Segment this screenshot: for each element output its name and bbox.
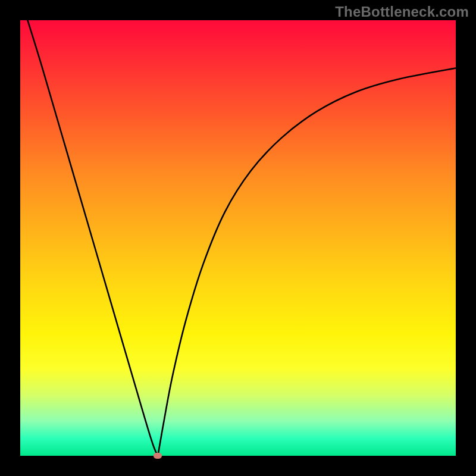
curve-svg (20, 20, 456, 456)
plot-area (20, 20, 456, 456)
chart-frame: TheBottleneck.com (0, 0, 476, 476)
curve-left-branch (27, 20, 158, 456)
minimum-marker (154, 453, 162, 459)
curve-right-branch (158, 68, 456, 456)
branding-watermark: TheBottleneck.com (335, 4, 469, 20)
